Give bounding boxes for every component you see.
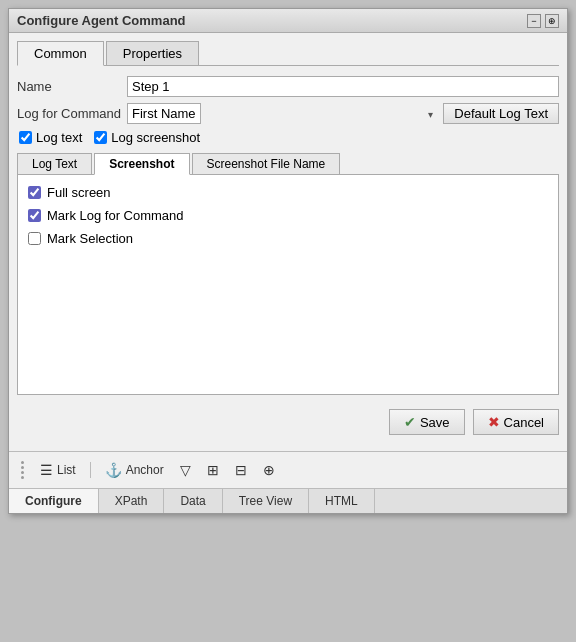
name-input[interactable] bbox=[127, 76, 559, 97]
minimize-button[interactable]: − bbox=[527, 14, 541, 28]
bottom-tab-tree-view[interactable]: Tree View bbox=[223, 489, 309, 513]
bottom-toolbar: ☰ List ⚓ Anchor ▽ ⊞ ⊟ ⊕ bbox=[9, 451, 567, 488]
default-log-button[interactable]: Default Log Text bbox=[443, 103, 559, 124]
name-row: Name bbox=[17, 76, 559, 97]
mark-selection-text: Mark Selection bbox=[47, 231, 133, 246]
list-label: List bbox=[57, 463, 76, 477]
bottom-tabs: Configure XPath Data Tree View HTML bbox=[9, 488, 567, 513]
log-screenshot-checkbox[interactable] bbox=[94, 131, 107, 144]
window-title: Configure Agent Command bbox=[17, 13, 186, 28]
log-label: Log for Command bbox=[17, 106, 127, 121]
name-label: Name bbox=[17, 79, 127, 94]
mark-selection-label[interactable]: Mark Selection bbox=[28, 231, 548, 246]
configure-agent-command-window: Configure Agent Command − ⊕ Common Prope… bbox=[8, 8, 568, 514]
sub-tab-log-text[interactable]: Log Text bbox=[17, 153, 92, 174]
sub-tab-screenshot[interactable]: Screenshot bbox=[94, 153, 189, 175]
footer-buttons: ✔ Save ✖ Cancel bbox=[17, 405, 559, 443]
toolbar-separator-1 bbox=[90, 462, 91, 478]
title-bar: Configure Agent Command − ⊕ bbox=[9, 9, 567, 33]
sub-tab-screenshot-file-name[interactable]: Screenshot File Name bbox=[192, 153, 341, 174]
list-toolbar-item[interactable]: ☰ List bbox=[36, 460, 80, 480]
bottom-tab-html[interactable]: HTML bbox=[309, 489, 375, 513]
cancel-label: Cancel bbox=[504, 415, 544, 430]
screenshot-content-panel: Full screen Mark Log for Command Mark Se… bbox=[17, 175, 559, 395]
mark-log-text: Mark Log for Command bbox=[47, 208, 184, 223]
cancel-icon: ✖ bbox=[488, 414, 500, 430]
full-screen-text: Full screen bbox=[47, 185, 111, 200]
crosshair-icon: ⊕ bbox=[263, 462, 275, 478]
save-icon: ✔ bbox=[404, 414, 416, 430]
sub-tabs: Log Text Screenshot Screenshot File Name bbox=[17, 153, 559, 175]
bottom-tab-data[interactable]: Data bbox=[164, 489, 222, 513]
tab-properties[interactable]: Properties bbox=[106, 41, 199, 65]
log-select[interactable]: First Name bbox=[127, 103, 201, 124]
checkboxes-row: Log text Log screenshot bbox=[19, 130, 559, 145]
window-body: Common Properties Name Log for Command F… bbox=[9, 33, 567, 451]
cancel-button[interactable]: ✖ Cancel bbox=[473, 409, 559, 435]
log-text-checkbox[interactable] bbox=[19, 131, 32, 144]
bottom-tab-configure[interactable]: Configure bbox=[9, 489, 99, 513]
filter-icon: ▽ bbox=[180, 462, 191, 478]
table-toolbar-item[interactable]: ⊟ bbox=[231, 460, 251, 480]
crosshair-toolbar-item[interactable]: ⊕ bbox=[259, 460, 279, 480]
tab-common[interactable]: Common bbox=[17, 41, 104, 66]
filter-toolbar-item[interactable]: ▽ bbox=[176, 460, 195, 480]
anchor-icon: ⚓ bbox=[105, 462, 122, 478]
mark-selection-checkbox[interactable] bbox=[28, 232, 41, 245]
log-command-row: Log for Command First Name ▾ Default Log… bbox=[17, 103, 559, 124]
table-icon: ⊟ bbox=[235, 462, 247, 478]
bottom-tab-xpath[interactable]: XPath bbox=[99, 489, 165, 513]
save-label: Save bbox=[420, 415, 450, 430]
log-text-checkbox-label[interactable]: Log text bbox=[19, 130, 82, 145]
log-select-wrapper: First Name ▾ bbox=[127, 103, 437, 124]
anchor-toolbar-item[interactable]: ⚓ Anchor bbox=[101, 460, 168, 480]
anchor-label: Anchor bbox=[126, 463, 164, 477]
log-text-label: Log text bbox=[36, 130, 82, 145]
grid-icon: ⊞ bbox=[207, 462, 219, 478]
log-screenshot-checkbox-label[interactable]: Log screenshot bbox=[94, 130, 200, 145]
log-screenshot-label: Log screenshot bbox=[111, 130, 200, 145]
save-button[interactable]: ✔ Save bbox=[389, 409, 465, 435]
toolbar-drag-handle bbox=[17, 457, 28, 483]
list-icon: ☰ bbox=[40, 462, 53, 478]
title-buttons: − ⊕ bbox=[527, 14, 559, 28]
pin-button[interactable]: ⊕ bbox=[545, 14, 559, 28]
grid-toolbar-item[interactable]: ⊞ bbox=[203, 460, 223, 480]
mark-log-checkbox[interactable] bbox=[28, 209, 41, 222]
mark-log-label[interactable]: Mark Log for Command bbox=[28, 208, 548, 223]
main-tabs: Common Properties bbox=[17, 41, 559, 66]
select-arrow-icon: ▾ bbox=[428, 108, 433, 119]
full-screen-label[interactable]: Full screen bbox=[28, 185, 548, 200]
full-screen-checkbox[interactable] bbox=[28, 186, 41, 199]
